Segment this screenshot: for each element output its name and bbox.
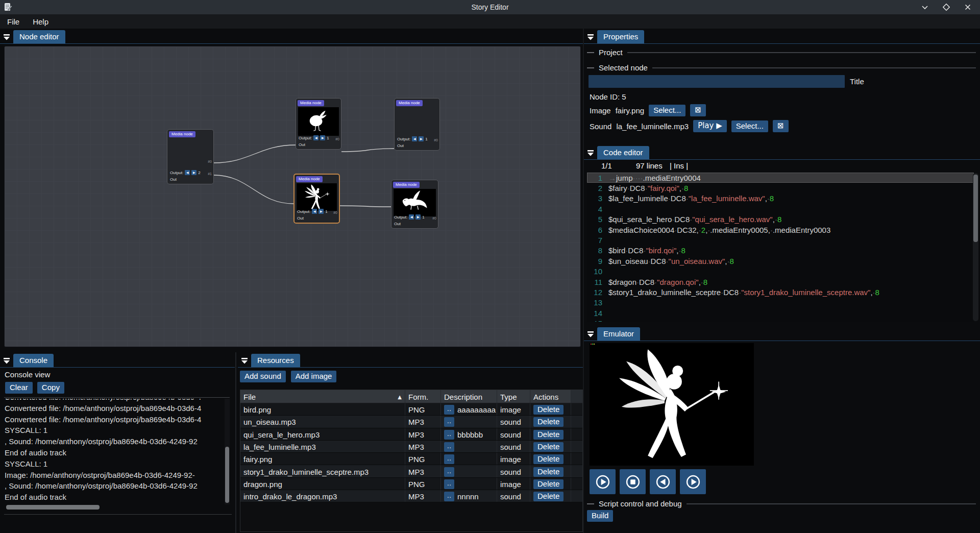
console-resources-splitter[interactable] bbox=[235, 352, 236, 533]
node-media-2[interactable]: Media nodeOutput:◀▶1Out#0 bbox=[394, 98, 440, 151]
collapse-icon[interactable] bbox=[585, 31, 596, 42]
edit-description-button[interactable]: .. bbox=[444, 417, 454, 427]
code-line[interactable]: 4 bbox=[587, 204, 974, 214]
collapse-icon[interactable] bbox=[585, 328, 596, 340]
code-line[interactable]: 8$bird·DC8·"bird.qoi",·8 bbox=[587, 246, 974, 256]
tab-console[interactable]: Console bbox=[13, 354, 54, 367]
code-line[interactable]: 1→jump····.mediaEntry0004 bbox=[587, 173, 974, 183]
edit-description-button[interactable]: .. bbox=[444, 467, 454, 477]
tab-code-editor[interactable]: Code editor bbox=[597, 146, 649, 159]
node-canvas[interactable]: Media nodeOutput:◀▶2Out#0#1Media nodeOut… bbox=[4, 46, 581, 347]
node-media-dragon[interactable]: Media nodeOutput:◀▶1Out#0 bbox=[391, 180, 438, 229]
output-prev-button[interactable]: ◀ bbox=[313, 135, 318, 140]
delete-button[interactable]: Delete bbox=[533, 430, 564, 440]
stop-button[interactable] bbox=[620, 469, 646, 494]
image-select-button[interactable]: Select... bbox=[649, 105, 685, 116]
delete-button[interactable]: Delete bbox=[533, 467, 564, 477]
table-row[interactable]: fairy.pngPNG..imageDelete bbox=[240, 453, 582, 465]
delete-button[interactable]: Delete bbox=[533, 454, 564, 464]
output-next-button[interactable]: ▶ bbox=[318, 209, 324, 214]
sound-play-button[interactable]: Play ▶ bbox=[693, 120, 727, 132]
close-icon[interactable] bbox=[963, 2, 973, 12]
code-line[interactable]: 12$story1_drako_luminelle_sceptre·DC8·"s… bbox=[587, 287, 974, 297]
code-line[interactable]: 5$qui_sera_le_hero·DC8·"qui_sera_le_hero… bbox=[587, 214, 974, 225]
table-row[interactable]: qui_sera_le_hero.mp3MP3..bbbbbbsoundDele… bbox=[240, 428, 582, 441]
sound-select-button[interactable]: Select... bbox=[731, 120, 768, 132]
tab-properties[interactable]: Properties bbox=[597, 30, 644, 43]
edit-description-button[interactable]: .. bbox=[444, 442, 454, 452]
column-header-actions[interactable]: Actions bbox=[530, 390, 571, 403]
column-header-description[interactable]: Description bbox=[441, 390, 497, 403]
output-prev-button[interactable]: ◀ bbox=[312, 209, 317, 214]
code-line[interactable]: 3$la_fee_luminelle·DC8·"la_fee_luminelle… bbox=[587, 193, 974, 204]
code-line[interactable]: 7 bbox=[587, 235, 974, 245]
node-media-fairy[interactable]: Media nodeOutput:◀▶1Out#0 bbox=[293, 174, 340, 224]
table-row[interactable]: bird.pngPNG..aaaaaaaaaimageDelete bbox=[240, 403, 582, 416]
image-clear-button[interactable]: ⊠ bbox=[690, 104, 706, 116]
table-row[interactable]: intro_drako_le_dragon.mp3MP3..nnnnnsound… bbox=[240, 490, 582, 502]
code-line[interactable]: 6$mediaChoice0004·DC32,·2,·.mediaEntry00… bbox=[587, 225, 974, 235]
output-next-button[interactable]: ▶ bbox=[191, 170, 197, 175]
output-prev-button[interactable]: ◀ bbox=[409, 214, 414, 220]
delete-button[interactable]: Delete bbox=[533, 492, 564, 501]
title-input[interactable] bbox=[589, 75, 845, 88]
code-line[interactable]: 10 bbox=[587, 266, 974, 277]
code-editor-text[interactable]: 1→jump····.mediaEntry00042$fairy·DC8·"fa… bbox=[587, 173, 974, 322]
copy-button[interactable]: Copy bbox=[37, 382, 64, 394]
edit-description-button[interactable]: .. bbox=[444, 492, 454, 501]
collapse-icon[interactable] bbox=[239, 355, 250, 366]
code-line[interactable]: 2$fairy·DC8·"fairy.qoi",·8 bbox=[587, 183, 974, 193]
code-scrollbar-thumb[interactable] bbox=[973, 175, 978, 242]
maximize-icon[interactable] bbox=[941, 2, 951, 12]
sound-clear-button[interactable]: ⊠ bbox=[773, 120, 789, 132]
delete-button[interactable]: Delete bbox=[533, 479, 564, 489]
step-forward-button[interactable] bbox=[680, 469, 706, 494]
table-row[interactable]: dragon.pngPNG..imageDelete bbox=[240, 478, 582, 490]
table-row[interactable]: un_oiseau.mp3MP3..soundDelete bbox=[240, 416, 582, 428]
step-back-button[interactable] bbox=[650, 469, 676, 494]
collapse-icon[interactable] bbox=[585, 147, 596, 158]
code-line[interactable]: 11$dragon·DC8·"dragon.qoi",·8 bbox=[587, 277, 974, 287]
output-prev-button[interactable]: ◀ bbox=[412, 136, 417, 141]
code-line[interactable]: 14 bbox=[587, 308, 974, 318]
tab-node-editor[interactable]: Node editor bbox=[13, 30, 65, 43]
vertical-splitter[interactable] bbox=[583, 29, 584, 533]
column-header-form[interactable]: Form. bbox=[405, 390, 441, 403]
code-line[interactable]: 9$un_oiseau·DC8·"un_oiseau.wav",·8 bbox=[587, 256, 974, 266]
console-hscrollbar-thumb[interactable] bbox=[6, 505, 100, 510]
build-button[interactable]: Build bbox=[587, 510, 613, 522]
edit-description-button[interactable]: .. bbox=[444, 405, 454, 415]
output-next-button[interactable]: ▶ bbox=[415, 214, 421, 220]
column-header-file[interactable]: File▲ bbox=[240, 390, 405, 403]
collapse-icon[interactable] bbox=[1, 355, 12, 366]
console-vscrollbar-thumb[interactable] bbox=[225, 447, 229, 503]
code-line[interactable]: 15 – ··– –– · bbox=[587, 318, 974, 322]
output-next-button[interactable]: ▶ bbox=[419, 136, 424, 141]
delete-button[interactable]: Delete bbox=[533, 405, 564, 415]
node-media-bird[interactable]: Media nodeOutput:◀▶1Out#0 bbox=[296, 98, 341, 150]
play-button[interactable] bbox=[590, 469, 616, 494]
add-sound-button[interactable]: Add sound bbox=[240, 371, 286, 382]
minimize-icon[interactable] bbox=[920, 2, 930, 12]
console-log[interactable]: Convertered file: /home/anthony/ostproj/… bbox=[5, 399, 223, 504]
edit-description-button[interactable]: .. bbox=[444, 430, 454, 440]
node-media-1[interactable]: Media nodeOutput:◀▶2Out#0#1 bbox=[167, 129, 214, 184]
output-prev-button[interactable]: ◀ bbox=[185, 170, 190, 175]
delete-button[interactable]: Delete bbox=[533, 442, 564, 452]
table-row[interactable]: la_fee_luminelle.mp3MP3..soundDelete bbox=[240, 441, 582, 453]
table-row[interactable]: story1_drako_luminelle_sceptre.mp3MP3..s… bbox=[240, 465, 582, 477]
output-next-button[interactable]: ▶ bbox=[320, 135, 325, 140]
clear-button[interactable]: Clear bbox=[5, 382, 33, 394]
tab-emulator[interactable]: Emulator bbox=[597, 327, 640, 341]
collapse-icon[interactable] bbox=[1, 31, 12, 42]
edit-description-button[interactable]: .. bbox=[444, 479, 454, 489]
delete-button[interactable]: Delete bbox=[533, 417, 564, 427]
menu-file[interactable]: File bbox=[7, 17, 19, 26]
edit-description-button[interactable]: .. bbox=[444, 454, 454, 464]
menu-help[interactable]: Help bbox=[33, 17, 48, 26]
tab-resources[interactable]: Resources bbox=[251, 354, 300, 367]
column-header-type[interactable]: Type bbox=[497, 390, 530, 403]
add-image-button[interactable]: Add image bbox=[291, 371, 337, 382]
code-line[interactable]: 13 bbox=[587, 298, 974, 308]
output-pin-label: #0 bbox=[208, 160, 212, 163]
